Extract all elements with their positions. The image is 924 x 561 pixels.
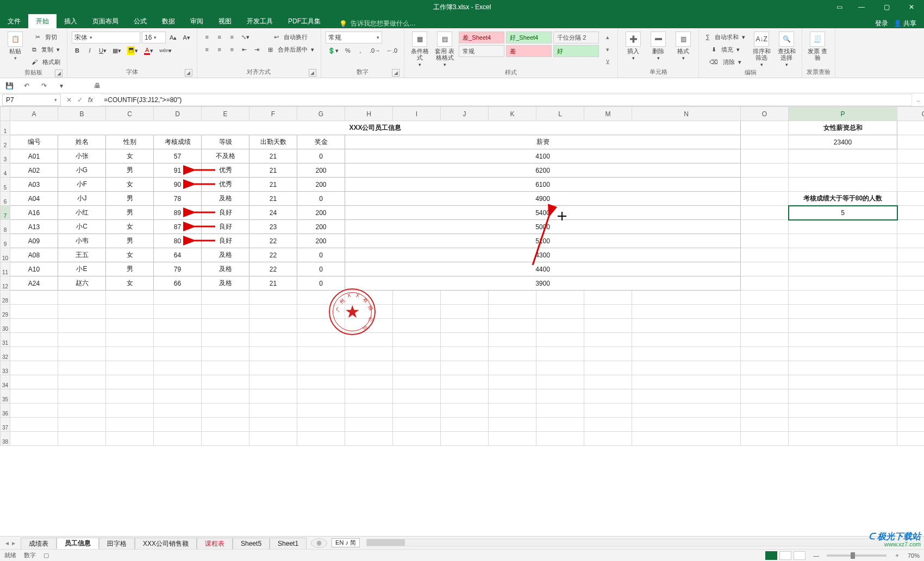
row-header-7[interactable]: 7 xyxy=(1,206,10,220)
cell[interactable] xyxy=(154,418,202,432)
cell[interactable] xyxy=(202,432,249,446)
cell[interactable] xyxy=(106,333,154,347)
cell[interactable] xyxy=(741,291,789,305)
cell[interactable] xyxy=(297,418,345,432)
tell-me-search[interactable]: 💡 告诉我您想要做什么… xyxy=(339,19,416,28)
cell[interactable] xyxy=(202,418,249,432)
cell[interactable] xyxy=(536,291,584,305)
cell[interactable] xyxy=(584,389,632,404)
cell[interactable] xyxy=(249,319,297,333)
cell[interactable] xyxy=(154,333,202,347)
cell[interactable] xyxy=(202,375,249,389)
italic-button[interactable]: I xyxy=(84,45,95,56)
cell[interactable] xyxy=(536,418,584,432)
formula-input[interactable]: =COUNTIF(J3:J12,">=80") xyxy=(101,94,912,106)
cell[interactable] xyxy=(297,375,345,389)
cell[interactable] xyxy=(789,404,897,418)
cell[interactable] xyxy=(897,291,925,305)
cell[interactable] xyxy=(345,319,393,333)
cell[interactable] xyxy=(345,389,393,404)
cell[interactable] xyxy=(789,305,897,319)
cell[interactable] xyxy=(489,404,536,418)
cell[interactable] xyxy=(297,361,345,375)
cell[interactable] xyxy=(106,432,154,446)
cell[interactable]: 5400 xyxy=(345,206,741,220)
cell[interactable] xyxy=(10,432,58,446)
cell[interactable] xyxy=(10,305,58,319)
font-color-button[interactable]: A▾ xyxy=(142,45,155,56)
cell[interactable] xyxy=(393,375,441,389)
cell[interactable]: 80 xyxy=(154,234,202,248)
cell[interactable]: 小E xyxy=(58,262,106,276)
cell-p11[interactable] xyxy=(789,262,897,276)
cell[interactable] xyxy=(106,375,154,389)
format-cells-button[interactable]: ▥格式▾ xyxy=(672,30,694,61)
sheet-tab-田字格[interactable]: 田字格 xyxy=(99,538,135,549)
cell[interactable] xyxy=(489,389,536,404)
cell[interactable]: 王五 xyxy=(58,248,106,262)
save-icon[interactable]: 💾 xyxy=(4,81,14,91)
style-good[interactable]: 好 xyxy=(553,45,599,57)
align-bottom-icon[interactable]: ≡ xyxy=(227,31,238,42)
cell[interactable] xyxy=(249,347,297,361)
cell[interactable] xyxy=(536,361,584,375)
cell[interactable] xyxy=(584,432,632,446)
cell[interactable] xyxy=(393,319,441,333)
phonetic-guide-button[interactable]: wén▾ xyxy=(157,45,174,56)
cell[interactable] xyxy=(441,319,489,333)
sheet-tab-Sheet1[interactable]: Sheet1 xyxy=(270,538,307,549)
cell[interactable] xyxy=(584,418,632,432)
cell[interactable]: 小F xyxy=(58,178,106,192)
close-button[interactable]: ✕ xyxy=(899,0,924,14)
cell[interactable]: 0 xyxy=(297,262,345,276)
cell[interactable] xyxy=(897,418,925,432)
cell[interactable] xyxy=(789,418,897,432)
row-header-11[interactable]: 11 xyxy=(1,262,10,276)
cell-p9[interactable] xyxy=(789,234,897,248)
cell[interactable] xyxy=(632,404,741,418)
col-header-cell[interactable]: 姓名 xyxy=(58,135,106,149)
cell[interactable] xyxy=(249,389,297,404)
cell[interactable] xyxy=(489,333,536,347)
cell[interactable] xyxy=(202,361,249,375)
cell-p5[interactable] xyxy=(789,178,897,192)
insert-cells-button[interactable]: ➕插入▾ xyxy=(622,30,644,61)
bold-button[interactable]: B xyxy=(72,45,83,56)
cell[interactable]: 及格 xyxy=(202,248,249,262)
style-thousands2[interactable]: 千位分隔 2 xyxy=(553,31,599,43)
cell[interactable]: 0 xyxy=(297,192,345,206)
cell[interactable] xyxy=(297,305,345,319)
cell[interactable]: 良好 xyxy=(202,220,249,234)
cell[interactable]: 200 xyxy=(297,178,345,192)
delete-cells-button[interactable]: ➖删除▾ xyxy=(647,30,669,61)
cell[interactable]: 0 xyxy=(297,149,345,163)
row-header-35[interactable]: 35 xyxy=(1,389,10,404)
cell[interactable] xyxy=(897,319,925,333)
redo-icon[interactable]: ↷ xyxy=(39,81,49,91)
cell[interactable] xyxy=(441,432,489,446)
cell[interactable]: 男 xyxy=(106,234,154,248)
cell[interactable] xyxy=(489,347,536,361)
cell[interactable]: 91 xyxy=(154,163,202,178)
cell[interactable] xyxy=(789,291,897,305)
col-header-C[interactable]: C xyxy=(106,107,154,121)
col-header-I[interactable]: I xyxy=(393,107,441,121)
cell[interactable]: 小韦 xyxy=(58,234,106,248)
cell[interactable] xyxy=(10,319,58,333)
cell[interactable] xyxy=(741,404,789,418)
increase-indent-icon[interactable]: ⇥ xyxy=(252,44,263,55)
cell[interactable] xyxy=(536,319,584,333)
zoom-in-button[interactable]: ＋ xyxy=(894,551,900,559)
cell[interactable] xyxy=(297,319,345,333)
cell[interactable]: 4400 xyxy=(345,262,741,276)
font-size-combo[interactable]: 16▾ xyxy=(142,31,166,43)
cell[interactable] xyxy=(741,375,789,389)
cell[interactable]: 3900 xyxy=(345,276,741,291)
cell[interactable]: A01 xyxy=(10,149,58,163)
cell[interactable] xyxy=(393,389,441,404)
cell[interactable]: 小红 xyxy=(58,206,106,220)
cell[interactable] xyxy=(345,291,393,305)
cell[interactable] xyxy=(106,389,154,404)
cell[interactable]: A16 xyxy=(10,206,58,220)
cell[interactable] xyxy=(154,291,202,305)
